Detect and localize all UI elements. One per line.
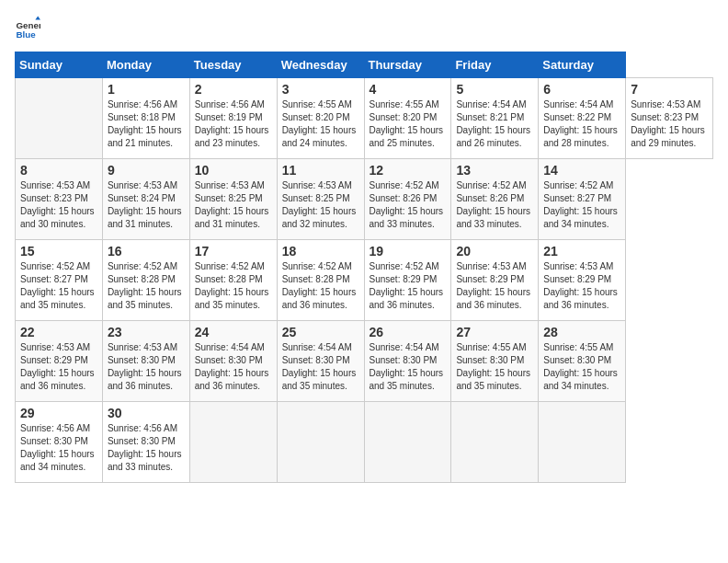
day-info: Sunrise: 4:53 AM Sunset: 8:25 PM Dayligh…: [282, 179, 359, 231]
calendar-day-cell: 21 Sunrise: 4:53 AM Sunset: 8:29 PM Dayl…: [539, 240, 626, 321]
calendar-header-day: Friday: [451, 52, 539, 78]
day-number: 12: [370, 163, 447, 178]
day-info: Sunrise: 4:52 AM Sunset: 8:28 PM Dayligh…: [282, 260, 359, 312]
calendar-day-cell: 11 Sunrise: 4:53 AM Sunset: 8:25 PM Dayl…: [277, 159, 364, 240]
calendar-header-row: SundayMondayTuesdayWednesdayThursdayFrid…: [16, 52, 713, 78]
calendar-day-cell: 2 Sunrise: 4:56 AM Sunset: 8:19 PM Dayli…: [189, 78, 277, 159]
svg-text:Blue: Blue: [16, 29, 36, 40]
calendar-day-cell: 22 Sunrise: 4:53 AM Sunset: 8:29 PM Dayl…: [16, 321, 103, 402]
day-number: 25: [282, 325, 359, 339]
day-number: 3: [282, 82, 359, 97]
calendar-header-day: Sunday: [16, 52, 103, 78]
day-number: 19: [370, 244, 447, 259]
calendar-day-cell: [539, 402, 626, 483]
svg-marker-2: [35, 16, 40, 19]
day-info: Sunrise: 4:53 AM Sunset: 8:29 PM Dayligh…: [543, 260, 620, 312]
calendar-day-cell: 9 Sunrise: 4:53 AM Sunset: 8:24 PM Dayli…: [102, 159, 189, 240]
calendar-header-day: Monday: [102, 52, 189, 78]
calendar-day-cell: 18 Sunrise: 4:52 AM Sunset: 8:28 PM Dayl…: [277, 240, 364, 321]
calendar-day-cell: [364, 402, 451, 483]
day-number: 29: [20, 406, 97, 420]
calendar-day-cell: 30 Sunrise: 4:56 AM Sunset: 8:30 PM Dayl…: [102, 402, 189, 483]
day-info: Sunrise: 4:54 AM Sunset: 8:30 PM Dayligh…: [282, 341, 359, 393]
calendar-day-cell: [277, 402, 364, 483]
day-info: Sunrise: 4:52 AM Sunset: 8:28 PM Dayligh…: [195, 260, 272, 312]
day-number: 6: [543, 82, 620, 97]
day-info: Sunrise: 4:52 AM Sunset: 8:26 PM Dayligh…: [370, 179, 447, 231]
day-info: Sunrise: 4:55 AM Sunset: 8:20 PM Dayligh…: [282, 98, 359, 150]
day-info: Sunrise: 4:53 AM Sunset: 8:29 PM Dayligh…: [20, 341, 97, 393]
calendar-day-cell: [451, 402, 539, 483]
day-number: 16: [108, 244, 185, 259]
day-number: 9: [108, 163, 185, 178]
calendar-day-cell: 8 Sunrise: 4:53 AM Sunset: 8:23 PM Dayli…: [16, 159, 103, 240]
day-info: Sunrise: 4:53 AM Sunset: 8:24 PM Dayligh…: [108, 179, 185, 231]
day-number: 1: [108, 82, 185, 97]
day-info: Sunrise: 4:54 AM Sunset: 8:30 PM Dayligh…: [370, 341, 447, 393]
calendar-day-cell: 10 Sunrise: 4:53 AM Sunset: 8:25 PM Dayl…: [189, 159, 277, 240]
calendar-day-cell: 17 Sunrise: 4:52 AM Sunset: 8:28 PM Dayl…: [189, 240, 277, 321]
day-info: Sunrise: 4:54 AM Sunset: 8:21 PM Dayligh…: [456, 98, 533, 150]
calendar-table: SundayMondayTuesdayWednesdayThursdayFrid…: [15, 52, 713, 483]
day-number: 22: [20, 325, 97, 339]
day-number: 30: [108, 406, 185, 420]
calendar-day-cell: 24 Sunrise: 4:54 AM Sunset: 8:30 PM Dayl…: [189, 321, 277, 402]
calendar-header-day: Tuesday: [189, 52, 277, 78]
day-info: Sunrise: 4:52 AM Sunset: 8:27 PM Dayligh…: [20, 260, 97, 312]
day-info: Sunrise: 4:56 AM Sunset: 8:30 PM Dayligh…: [20, 422, 97, 474]
day-number: 21: [543, 244, 620, 259]
day-info: Sunrise: 4:52 AM Sunset: 8:27 PM Dayligh…: [543, 179, 620, 231]
day-info: Sunrise: 4:53 AM Sunset: 8:25 PM Dayligh…: [195, 179, 272, 231]
day-info: Sunrise: 4:52 AM Sunset: 8:26 PM Dayligh…: [456, 179, 533, 231]
calendar-day-cell: 25 Sunrise: 4:54 AM Sunset: 8:30 PM Dayl…: [277, 321, 364, 402]
calendar-day-cell: 20 Sunrise: 4:53 AM Sunset: 8:29 PM Dayl…: [451, 240, 539, 321]
day-number: 7: [631, 82, 708, 97]
calendar-day-cell: 16 Sunrise: 4:52 AM Sunset: 8:28 PM Dayl…: [102, 240, 189, 321]
calendar-day-cell: 3 Sunrise: 4:55 AM Sunset: 8:20 PM Dayli…: [277, 78, 364, 159]
day-number: 4: [370, 82, 447, 97]
logo-icon: General Blue: [15, 15, 40, 40]
calendar-header-day: Thursday: [364, 52, 451, 78]
calendar-week-row: 1 Sunrise: 4:56 AM Sunset: 8:18 PM Dayli…: [16, 78, 713, 159]
calendar-day-cell: 15 Sunrise: 4:52 AM Sunset: 8:27 PM Dayl…: [16, 240, 103, 321]
day-info: Sunrise: 4:55 AM Sunset: 8:30 PM Dayligh…: [456, 341, 533, 393]
day-info: Sunrise: 4:55 AM Sunset: 8:30 PM Dayligh…: [543, 341, 620, 393]
day-number: 14: [543, 163, 620, 178]
logo: General Blue: [15, 15, 40, 40]
calendar-day-cell: [16, 78, 103, 159]
day-info: Sunrise: 4:56 AM Sunset: 8:19 PM Dayligh…: [195, 98, 272, 150]
day-number: 11: [282, 163, 359, 178]
calendar-day-cell: 27 Sunrise: 4:55 AM Sunset: 8:30 PM Dayl…: [451, 321, 539, 402]
page-header: General Blue: [15, 15, 713, 40]
day-info: Sunrise: 4:52 AM Sunset: 8:29 PM Dayligh…: [370, 260, 447, 312]
day-number: 23: [108, 325, 185, 339]
calendar-day-cell: [189, 402, 277, 483]
day-number: 20: [456, 244, 533, 259]
day-info: Sunrise: 4:52 AM Sunset: 8:28 PM Dayligh…: [108, 260, 185, 312]
calendar-day-cell: 1 Sunrise: 4:56 AM Sunset: 8:18 PM Dayli…: [102, 78, 189, 159]
calendar-day-cell: 19 Sunrise: 4:52 AM Sunset: 8:29 PM Dayl…: [364, 240, 451, 321]
day-number: 24: [195, 325, 272, 339]
day-info: Sunrise: 4:56 AM Sunset: 8:18 PM Dayligh…: [108, 98, 185, 150]
day-info: Sunrise: 4:56 AM Sunset: 8:30 PM Dayligh…: [108, 422, 185, 474]
calendar-day-cell: 29 Sunrise: 4:56 AM Sunset: 8:30 PM Dayl…: [16, 402, 103, 483]
calendar-body: 1 Sunrise: 4:56 AM Sunset: 8:18 PM Dayli…: [16, 78, 713, 483]
day-number: 2: [195, 82, 272, 97]
calendar-header-day: Saturday: [539, 52, 626, 78]
day-number: 26: [370, 325, 447, 339]
day-number: 5: [456, 82, 533, 97]
day-info: Sunrise: 4:53 AM Sunset: 8:29 PM Dayligh…: [456, 260, 533, 312]
calendar-day-cell: 12 Sunrise: 4:52 AM Sunset: 8:26 PM Dayl…: [364, 159, 451, 240]
calendar-week-row: 29 Sunrise: 4:56 AM Sunset: 8:30 PM Dayl…: [16, 402, 713, 483]
day-number: 13: [456, 163, 533, 178]
day-info: Sunrise: 4:53 AM Sunset: 8:30 PM Dayligh…: [108, 341, 185, 393]
calendar-day-cell: 23 Sunrise: 4:53 AM Sunset: 8:30 PM Dayl…: [102, 321, 189, 402]
day-number: 15: [20, 244, 97, 259]
day-info: Sunrise: 4:55 AM Sunset: 8:20 PM Dayligh…: [370, 98, 447, 150]
calendar-week-row: 15 Sunrise: 4:52 AM Sunset: 8:27 PM Dayl…: [16, 240, 713, 321]
day-number: 10: [195, 163, 272, 178]
day-info: Sunrise: 4:53 AM Sunset: 8:23 PM Dayligh…: [20, 179, 97, 231]
calendar-header-day: Wednesday: [277, 52, 364, 78]
day-number: 28: [543, 325, 620, 339]
calendar-day-cell: 5 Sunrise: 4:54 AM Sunset: 8:21 PM Dayli…: [451, 78, 539, 159]
